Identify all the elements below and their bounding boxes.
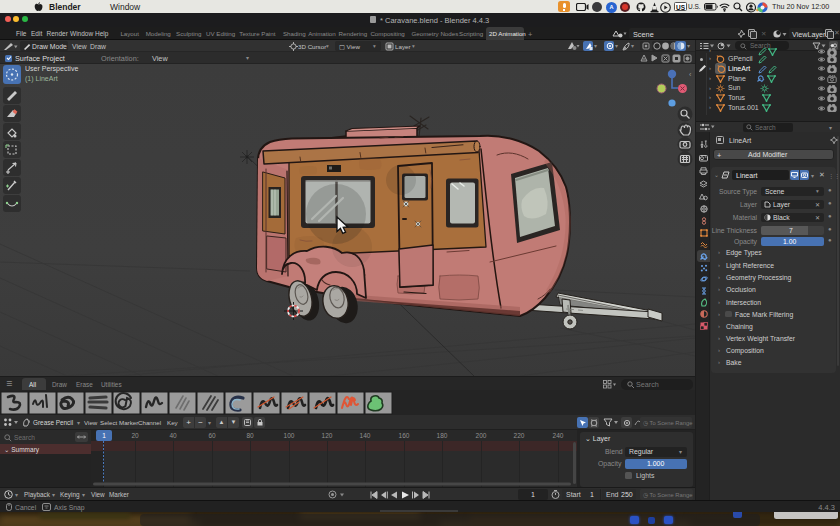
svg-text:60: 60 (208, 432, 216, 439)
svg-text:User Perspective: User Perspective (25, 65, 78, 73)
svg-text:80: 80 (246, 432, 254, 439)
svg-text:220: 220 (514, 432, 525, 439)
svg-text:(1) LineArt: (1) LineArt (25, 75, 58, 83)
svg-text:20: 20 (131, 432, 139, 439)
svg-text:140: 140 (360, 432, 371, 439)
svg-text:40: 40 (169, 432, 177, 439)
svg-text:180: 180 (437, 432, 448, 439)
svg-text:1: 1 (102, 432, 106, 439)
svg-text:120: 120 (322, 432, 333, 439)
svg-text:160: 160 (399, 432, 410, 439)
svg-text:200: 200 (476, 432, 487, 439)
svg-text:100: 100 (284, 432, 295, 439)
svg-text:240: 240 (553, 432, 564, 439)
